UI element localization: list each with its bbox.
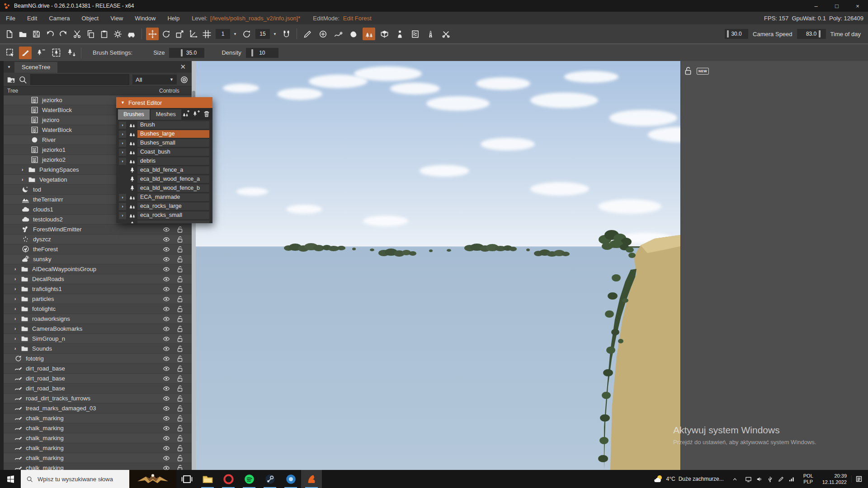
editor-mode-button[interactable] (316, 28, 329, 40)
tray-icon[interactable] (788, 476, 795, 483)
visibility-eye-icon[interactable] (163, 315, 170, 323)
scene-tree-row[interactable]: › sunsky (4, 254, 192, 264)
forest-brush-row[interactable]: › Bushes_large (116, 130, 212, 138)
tab-meshes[interactable]: Meshes (151, 109, 181, 120)
editor-mode-button[interactable] (409, 28, 421, 40)
slider-handle[interactable] (727, 30, 729, 38)
expander-icon[interactable]: › (119, 158, 126, 165)
visibility-eye-icon[interactable] (163, 365, 170, 372)
expander-icon[interactable]: › (14, 306, 21, 311)
lock-camera-icon[interactable] (684, 66, 693, 75)
menu-item[interactable]: View (104, 15, 129, 22)
editor-mode-button[interactable] (439, 28, 452, 40)
filter-dropdown[interactable]: All▼ (132, 75, 177, 84)
taskbar-weather[interactable]: 4°C Duże zachmurze... (649, 474, 728, 484)
level-path[interactable]: [/levels/polish_roads_v2/info.json]* (210, 15, 300, 22)
menu-item[interactable]: Help (161, 15, 185, 22)
lock-icon[interactable] (176, 455, 184, 462)
visibility-eye-icon[interactable] (163, 455, 170, 462)
minimize-button[interactable]: – (806, 0, 826, 12)
expander-icon[interactable]: › (119, 149, 126, 156)
lock-icon[interactable] (176, 445, 184, 452)
visibility-eye-icon[interactable] (163, 246, 170, 253)
expander-icon[interactable]: › (14, 286, 21, 291)
scene-tree-row[interactable]: › roadworksigns (4, 314, 192, 324)
scene-tree-search-input[interactable] (30, 74, 129, 85)
viewport-3d[interactable] (196, 61, 680, 470)
slider-handle[interactable] (819, 30, 821, 38)
taskbar-app[interactable] (239, 470, 259, 488)
visibility-eye-icon[interactable] (163, 226, 170, 233)
brush-tool-button[interactable] (65, 47, 78, 59)
lock-icon[interactable] (176, 415, 184, 422)
scene-tree-row[interactable]: › dirt_road_base (4, 364, 192, 374)
toolbar-button[interactable] (16, 28, 29, 40)
expander-icon[interactable]: › (14, 277, 21, 282)
scene-tree-row[interactable]: › AIDecalWaypointsGroup (4, 264, 192, 274)
toolbar-button[interactable] (125, 28, 137, 40)
rotate-snap-dropdown[interactable]: ▼ (271, 29, 279, 39)
lock-icon[interactable] (176, 405, 184, 412)
scene-tree-row[interactable]: › chalk_marking (4, 453, 192, 463)
forest-brush-row[interactable]: › eca_rocks_large (116, 202, 212, 211)
forest-brush-row[interactable]: › Coast_bush (116, 148, 212, 156)
lock-icon[interactable] (176, 375, 184, 382)
expander-icon[interactable]: › (119, 212, 126, 219)
editor-mode-button[interactable] (393, 28, 406, 40)
lock-icon[interactable] (176, 385, 184, 392)
scene-tree-row[interactable]: › SimGroup_n (4, 334, 192, 344)
tray-icon[interactable] (778, 476, 784, 483)
lock-icon[interactable] (176, 345, 184, 352)
expander-icon[interactable]: › (14, 336, 21, 341)
tab-brushes[interactable]: Brushes (118, 109, 150, 120)
menu-item[interactable]: Camera (43, 15, 75, 22)
visibility-eye-icon[interactable] (163, 345, 170, 352)
taskbar-clock[interactable]: 20:39 12.11.2022 (818, 473, 851, 485)
lock-icon[interactable] (176, 325, 184, 333)
scene-tree-row[interactable]: › chalk_marking (4, 423, 192, 433)
menu-item[interactable]: File (0, 15, 21, 22)
expander-icon[interactable]: › (119, 131, 126, 138)
lock-icon[interactable] (176, 305, 184, 313)
expander-icon[interactable]: › (14, 346, 21, 351)
visibility-eye-icon[interactable] (163, 375, 170, 382)
panel-collapse-icon[interactable]: ▼ (4, 65, 14, 69)
taskbar-app[interactable] (280, 470, 301, 488)
scene-tree-row[interactable]: › dirt_road_base (4, 374, 192, 384)
slider-handle[interactable] (181, 49, 183, 56)
forest-brush-row[interactable]: › eca_bld_fence_a (116, 166, 212, 174)
taskbar-app[interactable] (259, 470, 280, 488)
close-button[interactable]: × (847, 0, 868, 12)
panel-close-icon[interactable]: ✕ (174, 63, 192, 71)
expander-icon[interactable]: › (14, 316, 21, 321)
scene-tree-row[interactable]: › fototrig (4, 354, 192, 364)
visibility-eye-icon[interactable] (163, 435, 170, 442)
taskbar-app[interactable] (176, 470, 197, 488)
visibility-eye-icon[interactable] (163, 256, 170, 263)
expander-icon[interactable]: › (14, 296, 21, 301)
scene-tree-row[interactable]: › DecalRoads (4, 274, 192, 284)
editor-mode-button[interactable] (347, 28, 360, 40)
editor-mode-button[interactable] (363, 28, 375, 40)
scene-tree-row[interactable]: › Sounds (4, 344, 192, 354)
tray-icon[interactable] (756, 476, 763, 483)
visibility-eye-icon[interactable] (163, 236, 170, 243)
visibility-eye-icon[interactable] (163, 276, 170, 283)
brush-size-slider[interactable]: 35.0 (169, 48, 204, 58)
slider-handle[interactable] (251, 49, 253, 56)
brush-tool-button[interactable] (19, 47, 32, 59)
scene-tree-row[interactable]: › dyszcz (4, 235, 192, 244)
editor-mode-button[interactable] (301, 28, 314, 40)
time-of-day-slider[interactable]: 83.0 (797, 29, 826, 39)
forest-brush-row[interactable]: › (116, 220, 212, 223)
camera-speed-slider[interactable]: 30.0 (725, 29, 748, 39)
editor-mode-button[interactable] (378, 28, 391, 40)
lock-icon[interactable] (176, 395, 184, 402)
visibility-eye-icon[interactable] (163, 296, 170, 303)
lock-icon[interactable] (176, 256, 184, 263)
search-promo-image[interactable] (129, 470, 176, 488)
taskbar-search-box[interactable] (21, 470, 176, 488)
brush-tool-button[interactable] (34, 47, 47, 59)
forest-brush-row[interactable]: › eca_bld_wood_fence_a (116, 175, 212, 183)
expander-icon[interactable]: › (22, 177, 28, 182)
